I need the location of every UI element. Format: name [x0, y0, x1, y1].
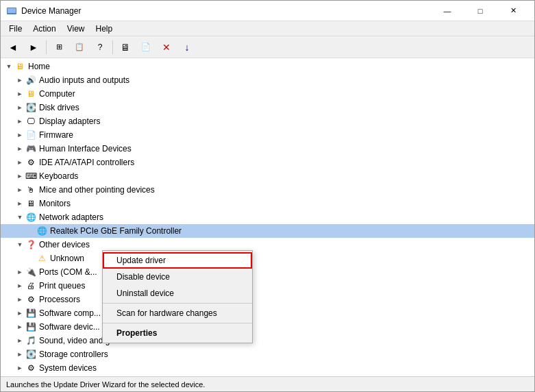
tree-item-display[interactable]: ► 🖵 Display adapters	[1, 114, 534, 128]
tree-item-realtek[interactable]: 🌐 Realtek PCIe GbE Family Controller	[1, 224, 534, 238]
icon-home: 🖥	[14, 61, 25, 72]
ctx-properties[interactable]: Properties	[103, 325, 252, 341]
menu-help[interactable]: Help	[90, 23, 119, 35]
tree-item-printq[interactable]: ► 🖨 Print queues	[1, 279, 534, 293]
tree-item-keyboards[interactable]: ► ⌨ Keyboards	[1, 169, 534, 183]
expand-home[interactable]: ▼	[3, 61, 14, 72]
toolbar-btn-4[interactable]: 📋	[70, 38, 89, 56]
label-ports: Ports (COM &...	[39, 267, 97, 277]
help-button[interactable]: ?	[90, 38, 110, 56]
tree-item-sound[interactable]: ► 🎵 Sound, video and game controllers	[1, 334, 534, 347]
ctx-separator-2	[103, 323, 252, 323]
icon-disk: 💽	[25, 102, 36, 113]
icon-audio: 🔊	[25, 75, 36, 86]
tree-item-mice[interactable]: ► 🖱 Mice and other pointing devices	[1, 183, 534, 197]
ctx-disable-device[interactable]: Disable device	[103, 269, 252, 285]
tree-item-monitors[interactable]: ► 🖥 Monitors	[1, 197, 534, 210]
tree-item-home[interactable]: ▼ 🖥 Home	[1, 60, 534, 73]
maximize-button[interactable]: □	[464, 1, 496, 21]
toolbar-separator-2	[112, 40, 113, 54]
expand-softcomp[interactable]: ►	[14, 308, 25, 319]
label-home: Home	[28, 62, 50, 71]
label-display: Display adapters	[39, 117, 100, 126]
expand-network[interactable]: ▼	[14, 212, 25, 223]
minimize-button[interactable]: —	[432, 1, 463, 21]
tree-item-network[interactable]: ▼ 🌐 Network adapters	[1, 210, 534, 224]
tree-item-system[interactable]: ► ⚙ System devices	[1, 361, 534, 375]
context-menu: Update driver Disable device Uninstall d…	[102, 250, 253, 343]
expand-display[interactable]: ►	[14, 116, 25, 127]
expand-system[interactable]: ►	[14, 363, 25, 373]
tree-item-unknown[interactable]: ⚠ Unknown	[1, 252, 534, 265]
svg-rect-1	[8, 8, 16, 13]
tree-item-ide[interactable]: ► ⚙ IDE ATA/ATAPI controllers	[1, 156, 534, 169]
toolbar-btn-3[interactable]: ⊞	[49, 38, 69, 56]
tree-item-audio[interactable]: ► 🔊 Audio inputs and outputs	[1, 73, 534, 87]
expand-processors[interactable]: ►	[14, 294, 25, 305]
close-button[interactable]: ✕	[497, 1, 529, 21]
menu-view[interactable]: View	[62, 23, 90, 35]
expand-hid[interactable]: ►	[14, 143, 25, 154]
tree-item-softcomp[interactable]: ► 💾 Software comp...	[1, 306, 534, 320]
tree-item-hid[interactable]: ► 🎮 Human Interface Devices	[1, 142, 534, 156]
label-network: Network adapters	[39, 212, 103, 222]
label-computer: Computer	[39, 89, 75, 99]
toolbar-btn-7[interactable]: 📄	[136, 38, 155, 56]
label-other: Other devices	[39, 240, 90, 249]
label-realtek: Realtek PCIe GbE Family Controller	[50, 226, 182, 236]
ctx-properties-label: Properties	[116, 328, 157, 338]
tree-item-processors[interactable]: ► ⚙ Processors	[1, 293, 534, 306]
forward-button[interactable]: ►	[24, 38, 43, 56]
back-button[interactable]: ◄	[3, 38, 23, 56]
icon-system: ⚙	[25, 363, 36, 373]
expand-firmware[interactable]: ►	[14, 130, 25, 140]
expand-monitors[interactable]: ►	[14, 198, 25, 209]
tree-item-usb[interactable]: ► 🔌 Universal Serial Bus controllers	[1, 375, 534, 376]
expand-keyboards[interactable]: ►	[14, 171, 25, 182]
icon-mice: 🖱	[25, 184, 36, 195]
icon-unknown: ⚠	[36, 253, 47, 264]
expand-storage[interactable]: ►	[14, 349, 25, 360]
expand-ports[interactable]: ►	[14, 267, 25, 278]
toolbar-btn-6[interactable]: 🖥	[116, 38, 135, 56]
menu-file[interactable]: File	[3, 23, 27, 35]
icon-computer: 🖥	[25, 88, 36, 99]
label-firmware: Firmware	[39, 130, 73, 140]
icon-softdev: 💾	[25, 321, 36, 332]
label-printq: Print queues	[39, 281, 85, 291]
main-area: ▼ 🖥 Home ► 🔊 Audio inputs and outputs ► …	[1, 58, 534, 376]
ctx-update-driver[interactable]: Update driver	[103, 252, 252, 269]
icon-realtek: 🌐	[36, 225, 47, 236]
tree-item-storage[interactable]: ► 💽 Storage controllers	[1, 347, 534, 361]
ctx-scan-hardware[interactable]: Scan for hardware changes	[103, 305, 252, 321]
label-keyboards: Keyboards	[39, 171, 78, 181]
expand-other[interactable]: ▼	[14, 239, 25, 250]
expand-computer[interactable]: ►	[14, 88, 25, 99]
device-tree[interactable]: ▼ 🖥 Home ► 🔊 Audio inputs and outputs ► …	[1, 58, 534, 376]
icon-softcomp: 💾	[25, 308, 36, 319]
menu-action[interactable]: Action	[27, 23, 61, 35]
window-controls: — □ ✕	[432, 1, 529, 21]
expand-printq[interactable]: ►	[14, 280, 25, 291]
expand-audio[interactable]: ►	[14, 75, 25, 86]
expand-softdev[interactable]: ►	[14, 321, 25, 332]
toolbar-btn-9[interactable]: ↓	[177, 38, 197, 56]
expand-ide[interactable]: ►	[14, 157, 25, 168]
tree-item-other[interactable]: ▼ ❓ Other devices	[1, 238, 534, 252]
tree-item-computer[interactable]: ► 🖥 Computer	[1, 87, 534, 101]
tree-item-disk[interactable]: ► 💽 Disk drives	[1, 101, 534, 114]
label-storage: Storage controllers	[39, 350, 108, 359]
toolbar-btn-8[interactable]: ✕	[157, 38, 176, 56]
tree-item-softdev[interactable]: ► 💾 Software devic...	[1, 320, 534, 334]
toolbar: ◄ ► ⊞ 📋 ? 🖥 📄 ✕ ↓	[1, 36, 534, 58]
icon-printq: 🖨	[25, 280, 36, 291]
tree-item-ports[interactable]: ► 🔌 Ports (COM &...	[1, 265, 534, 279]
expand-disk[interactable]: ►	[14, 102, 25, 113]
expand-mice[interactable]: ►	[14, 184, 25, 195]
label-disk: Disk drives	[39, 103, 79, 112]
ctx-uninstall-device[interactable]: Uninstall device	[103, 285, 252, 302]
ctx-update-label: Update driver	[116, 256, 166, 265]
tree-item-firmware[interactable]: ► 📄 Firmware	[1, 128, 534, 142]
window-title: Device Manager	[21, 6, 81, 16]
expand-sound[interactable]: ►	[14, 335, 25, 346]
